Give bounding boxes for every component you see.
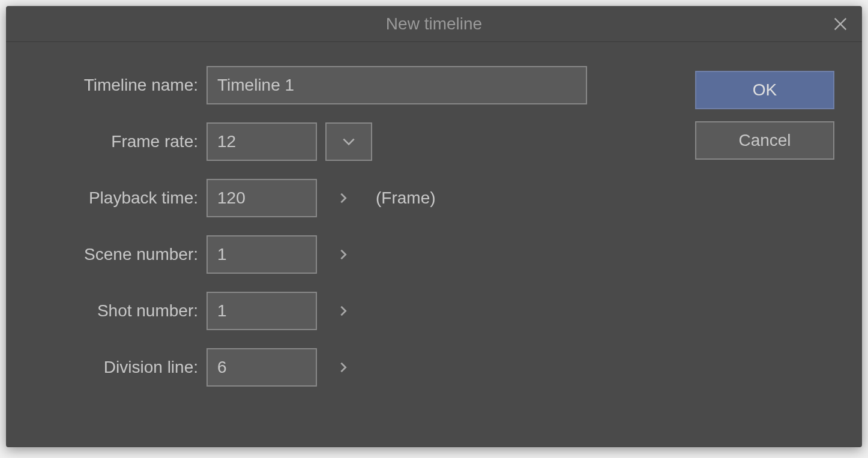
close-button[interactable] xyxy=(830,13,851,35)
shot-number-label: Shot number: xyxy=(24,301,198,321)
scene-number-label: Scene number: xyxy=(24,245,198,264)
close-icon xyxy=(832,16,849,32)
new-timeline-dialog: New timeline Timeline name: Frame rate: xyxy=(6,6,862,447)
division-line-expand-button[interactable] xyxy=(331,355,355,379)
timeline-name-row: Timeline name: xyxy=(24,66,587,104)
chevron-down-icon xyxy=(341,134,357,149)
dialog-title: New timeline xyxy=(386,14,482,34)
chevron-right-icon xyxy=(337,248,350,261)
chevron-right-icon xyxy=(337,304,350,318)
frame-rate-row: Frame rate: xyxy=(24,122,587,161)
cancel-button[interactable]: Cancel xyxy=(695,121,834,160)
scene-number-expand-button[interactable] xyxy=(331,243,355,267)
titlebar: New timeline xyxy=(6,6,862,42)
division-line-row: Division line: xyxy=(24,348,587,387)
division-line-label: Division line: xyxy=(24,358,198,377)
scene-number-row: Scene number: xyxy=(24,235,587,274)
frame-rate-dropdown-button[interactable] xyxy=(325,122,372,161)
button-area: OK Cancel xyxy=(695,66,834,423)
timeline-name-input[interactable] xyxy=(206,66,587,104)
dialog-body: Timeline name: Frame rate: Playback time… xyxy=(6,42,862,447)
shot-number-row: Shot number: xyxy=(24,292,587,330)
playback-time-suffix: (Frame) xyxy=(376,188,436,208)
playback-time-label: Playback time: xyxy=(24,188,198,208)
shot-number-expand-button[interactable] xyxy=(331,299,355,323)
chevron-right-icon xyxy=(337,191,350,205)
timeline-name-label: Timeline name: xyxy=(24,76,198,95)
playback-time-input[interactable] xyxy=(206,179,317,217)
playback-time-expand-button[interactable] xyxy=(331,186,355,210)
frame-rate-label: Frame rate: xyxy=(24,132,198,151)
division-line-input[interactable] xyxy=(206,348,317,387)
scene-number-input[interactable] xyxy=(206,235,317,274)
shot-number-input[interactable] xyxy=(206,292,317,330)
form-area: Timeline name: Frame rate: Playback time… xyxy=(24,66,587,423)
playback-time-row: Playback time: (Frame) xyxy=(24,179,587,217)
chevron-right-icon xyxy=(337,361,350,374)
ok-button[interactable]: OK xyxy=(695,71,834,109)
frame-rate-input[interactable] xyxy=(206,122,317,161)
